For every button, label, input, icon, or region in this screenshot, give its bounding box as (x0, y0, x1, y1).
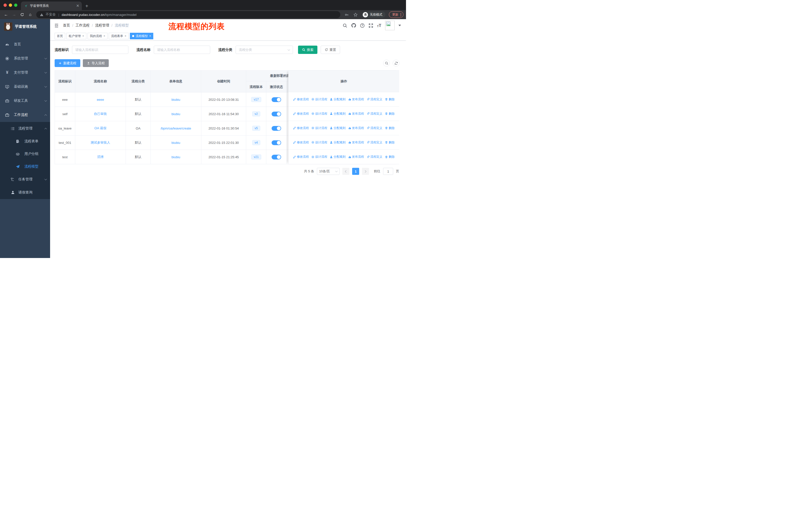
active-toggle[interactable] (271, 97, 281, 102)
close-icon[interactable]: × (82, 34, 84, 38)
assign-rule-link[interactable]: 分配规则 (330, 97, 346, 102)
prev-page-button[interactable] (342, 168, 349, 175)
create-process-button[interactable]: 新建流程 (55, 59, 80, 67)
avatar-caret-icon[interactable] (399, 25, 401, 26)
delete-process-link[interactable]: 删除 (385, 112, 395, 116)
active-toggle[interactable] (271, 126, 281, 131)
sidebar-item-leave-query[interactable]: 请假查询 (0, 186, 50, 199)
tag-tenant[interactable]: 租户管理× (66, 33, 86, 39)
design-process-link[interactable]: 设计流程 (311, 97, 327, 102)
sidebar-item-payment[interactable]: ¥ 支付管理 (0, 65, 50, 80)
maximize-window-button[interactable] (14, 3, 18, 7)
breadcrumb-workflow[interactable]: 工作流程 (76, 23, 90, 28)
breadcrumb-home[interactable]: 首页 (63, 23, 70, 28)
search-icon[interactable] (343, 23, 347, 28)
sidebar-item-process-model[interactable]: 流程模型 (0, 160, 50, 173)
github-icon[interactable] (351, 23, 356, 28)
goto-page-input[interactable] (383, 168, 393, 175)
process-name-input[interactable] (154, 46, 210, 54)
form-info-link[interactable]: /bpm/oa/leave/create (161, 127, 191, 130)
process-definition-link[interactable]: 流程定义 (367, 155, 382, 159)
back-icon[interactable]: ← (2, 11, 9, 18)
process-name-link[interactable]: 滔博 (97, 155, 104, 159)
design-process-link[interactable]: 设计流程 (311, 112, 327, 116)
design-process-link[interactable]: 设计流程 (311, 140, 327, 145)
close-window-button[interactable] (3, 3, 7, 7)
active-toggle[interactable] (271, 155, 281, 160)
process-definition-link[interactable]: 流程定义 (367, 112, 382, 116)
tag-process-form[interactable]: 流程表单× (109, 33, 128, 39)
forward-icon[interactable]: → (10, 11, 18, 18)
avatar[interactable] (385, 21, 395, 30)
sidebar-item-workflow[interactable]: 工作流程 (0, 108, 50, 122)
form-info-link[interactable]: biubiu (171, 98, 180, 102)
browser-menu-icon[interactable] (401, 13, 401, 17)
publish-process-link[interactable]: 发布流程 (348, 112, 364, 116)
sidebar-item-task-mgmt[interactable]: 任务管理 (0, 173, 50, 186)
process-name-link[interactable]: eeee (97, 98, 104, 102)
process-id-input[interactable] (72, 46, 128, 54)
close-icon[interactable]: × (124, 34, 126, 38)
process-name-link[interactable]: 自己审批 (94, 112, 107, 116)
edit-process-link[interactable]: 修改流程 (293, 97, 309, 102)
assign-rule-link[interactable]: 分配规则 (330, 140, 346, 145)
edit-process-link[interactable]: 修改流程 (293, 112, 309, 116)
publish-process-link[interactable]: 发布流程 (348, 140, 364, 145)
process-name-link[interactable]: 测试多审批人 (91, 140, 110, 145)
delete-process-link[interactable]: 删除 (385, 155, 395, 159)
show-search-button[interactable] (383, 60, 390, 66)
active-toggle[interactable] (271, 112, 281, 116)
process-definition-link[interactable]: 流程定义 (367, 126, 382, 130)
process-definition-link[interactable]: 流程定义 (367, 97, 382, 102)
delete-process-link[interactable]: 删除 (385, 126, 395, 130)
new-tab-button[interactable]: + (85, 3, 88, 9)
tag-my-process[interactable]: 我的流程× (88, 33, 108, 39)
assign-rule-link[interactable]: 分配规则 (330, 112, 346, 116)
tab-close-icon[interactable]: ✕ (76, 3, 79, 8)
bookmark-star-icon[interactable] (353, 12, 358, 17)
browser-tab[interactable]: 芋道管理系统 ✕ (21, 1, 82, 10)
form-info-link[interactable]: biubiu (171, 112, 180, 116)
sidebar-item-process-form[interactable]: 流程表单 (0, 135, 50, 147)
sidebar-item-home[interactable]: 首页 (0, 37, 50, 51)
home-icon[interactable]: ⌂ (27, 11, 34, 18)
tag-process-model[interactable]: 流程模型× (130, 33, 153, 39)
fullscreen-icon[interactable] (369, 23, 373, 28)
sidebar-item-devtools[interactable]: 研发工具 (0, 94, 50, 108)
close-icon[interactable]: × (149, 34, 151, 38)
active-toggle[interactable] (271, 140, 281, 145)
minimize-window-button[interactable] (9, 3, 12, 7)
tag-home[interactable]: 首页 (55, 33, 65, 39)
publish-process-link[interactable]: 发布流程 (348, 155, 364, 159)
refresh-table-button[interactable] (393, 60, 400, 66)
process-definition-link[interactable]: 流程定义 (367, 140, 382, 145)
sidebar-item-process-mgmt[interactable]: 流程管理 (0, 122, 50, 135)
help-icon[interactable]: ? (360, 23, 365, 28)
design-process-link[interactable]: 设计流程 (311, 155, 327, 159)
assign-rule-link[interactable]: 分配规则 (330, 155, 346, 159)
design-process-link[interactable]: 设计流程 (311, 126, 327, 130)
edit-process-link[interactable]: 修改流程 (293, 126, 309, 130)
form-info-link[interactable]: biubiu (171, 141, 180, 145)
sidebar-item-user-group[interactable]: 用户分组 (0, 147, 50, 160)
current-page-button[interactable]: 1 (352, 168, 359, 175)
form-info-link[interactable]: biubiu (171, 155, 180, 159)
browser-update-button[interactable]: 更新 (389, 11, 404, 18)
page-size-select[interactable]: 10条/页 (317, 168, 340, 175)
delete-process-link[interactable]: 删除 (385, 140, 395, 145)
sidebar-item-infra[interactable]: 基础设施 (0, 80, 50, 94)
breadcrumb-process-mgmt[interactable]: 流程管理 (95, 23, 109, 28)
logo[interactable]: 芋道管理系统 (0, 19, 50, 34)
reset-button[interactable]: 重置 (321, 46, 340, 54)
edit-process-link[interactable]: 修改流程 (293, 155, 309, 159)
reload-icon[interactable] (19, 11, 26, 18)
publish-process-link[interactable]: 发布流程 (348, 126, 364, 130)
delete-process-link[interactable]: 删除 (385, 97, 395, 102)
edit-process-link[interactable]: 修改流程 (293, 140, 309, 145)
search-button[interactable]: 搜索 (298, 46, 317, 54)
process-category-select[interactable]: 流程分类 (236, 46, 293, 54)
publish-process-link[interactable]: 发布流程 (348, 97, 364, 102)
url-bar[interactable]: 不安全 | dashboard.yudao.iocoder.cn/bpm/man… (36, 11, 340, 18)
process-name-link[interactable]: OA 请假 (94, 126, 107, 131)
next-page-button[interactable] (362, 168, 369, 175)
